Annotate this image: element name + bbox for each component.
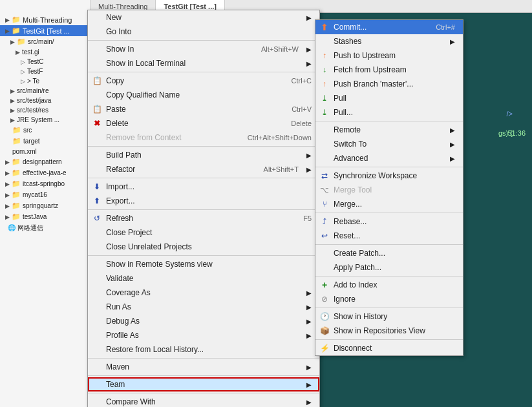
- menu-disconnect[interactable]: ⚡ Disconnect: [315, 341, 463, 355]
- tree-item-testgit[interactable]: ▶ 📁 TestGit [Test ...: [0, 25, 90, 36]
- ignore-icon: ⊘: [319, 294, 330, 304]
- tree-item-target[interactable]: 📁 target: [0, 136, 90, 147]
- menu-restore-history[interactable]: Restore from Local History...: [88, 342, 319, 357]
- sep-5: [88, 209, 319, 210]
- disconnect-icon: ⚡: [319, 343, 330, 353]
- tree-item-effectivejava[interactable]: ▶ 📁 effective-java-e: [0, 167, 90, 178]
- sep-1: [88, 40, 319, 41]
- menu-apply-patch[interactable]: Apply Patch...: [315, 260, 463, 275]
- menu-pull-dots[interactable]: ⤓ Pull...: [315, 105, 463, 120]
- menu-team[interactable]: Team ▶: [88, 377, 319, 391]
- menu-stashes[interactable]: Stashes ▶: [315, 34, 463, 48]
- sep-7: [88, 358, 319, 359]
- menu-close-project[interactable]: Close Project: [88, 225, 319, 240]
- copy-icon: 📋: [92, 76, 102, 86]
- menu-ignore[interactable]: ⊘ Ignore: [315, 292, 463, 306]
- context-menu-right: ⬆ Commit... Ctrl+# Stashes ▶ ↑ Push to U…: [315, 19, 463, 356]
- push-upstream-icon: ↑: [319, 50, 330, 61]
- sep-2: [88, 72, 319, 72]
- menu-refresh[interactable]: ↺ Refresh F5: [88, 211, 319, 225]
- menu-switch-to[interactable]: Switch To ▶: [315, 137, 463, 151]
- add-index-icon: +: [319, 280, 330, 290]
- menu-push-upstream[interactable]: ↑ Push to Upstream: [315, 48, 463, 63]
- menu-compare-with[interactable]: Compare With ▶: [88, 395, 319, 407]
- menu-export[interactable]: ⬆ Export...: [88, 194, 319, 208]
- tree-item-springquartz[interactable]: ▶ 📁 springquartz: [0, 200, 90, 211]
- reset-icon: ↩: [319, 231, 330, 241]
- menu-show-local-terminal[interactable]: Show in Local Terminal ▶: [88, 56, 319, 70]
- context-menu-left: New ▶ Go Into Show In Alt+Shift+W ▶ Show…: [87, 10, 320, 407]
- menu-show-repos[interactable]: 📦 Show in Repositories View: [315, 324, 463, 338]
- pull-icon: ⤓: [319, 93, 330, 103]
- code-hint-1: gs) {: [498, 129, 513, 137]
- tree-item-srcmainre[interactable]: ▶ src/main/re: [0, 86, 90, 96]
- menu-refactor[interactable]: Refactor Alt+Shift+T ▶: [88, 162, 319, 176]
- menu-merge-tool: ⌥ Merge Tool: [315, 183, 463, 197]
- sep-4: [88, 178, 319, 178]
- menu-paste[interactable]: 📋 Paste Ctrl+V: [88, 102, 319, 116]
- menu-copy[interactable]: 📋 Copy Ctrl+C: [88, 74, 319, 88]
- delete-icon: ✖: [92, 118, 102, 129]
- menu-show-remote[interactable]: Show in Remote Systems view: [88, 257, 319, 271]
- tree-item-te[interactable]: ▷ > Te: [0, 76, 90, 86]
- right-sep-3: [315, 213, 463, 213]
- tree-item-mycat16[interactable]: ▶ 📁 mycat16: [0, 189, 90, 200]
- export-icon: ⬆: [92, 196, 102, 206]
- menu-commit[interactable]: ⬆ Commit... Ctrl+#: [315, 20, 463, 34]
- right-sep-7: [315, 339, 463, 340]
- sep-8: [88, 375, 319, 376]
- tree-item-itcastspring[interactable]: ▶ 📁 itcast-springbo: [0, 178, 90, 189]
- menu-remote[interactable]: Remote ▶: [315, 123, 463, 137]
- tree-item-testjava[interactable]: ▶ 📁 testJava: [0, 211, 90, 222]
- tree-item-testgi[interactable]: ▶ test.gi: [0, 47, 90, 57]
- menu-debug-as[interactable]: Debug As ▶: [88, 314, 319, 328]
- history-icon: 🕐: [319, 311, 330, 322]
- tree-item-srcmain[interactable]: ▶ 📁 src/main/: [0, 36, 90, 47]
- merge-icon: ⑂: [319, 199, 330, 209]
- tree-item-src[interactable]: 📁 src: [0, 125, 90, 136]
- menu-import[interactable]: ⬇ Import...: [88, 180, 319, 194]
- menu-create-patch[interactable]: Create Patch...: [315, 246, 463, 260]
- tree-item-srctestjava[interactable]: ▶ src/test/java: [0, 96, 90, 105]
- menu-pull[interactable]: ⤓ Pull: [315, 91, 463, 105]
- menu-validate[interactable]: Validate: [88, 271, 319, 286]
- tree-item-testf[interactable]: ▷ TestF: [0, 67, 90, 76]
- tree-item-designpattern[interactable]: ▶ 📁 designpattern: [0, 156, 90, 167]
- menu-maven[interactable]: Maven ▶: [88, 360, 319, 374]
- menu-add-index[interactable]: + Add to Index: [315, 278, 463, 292]
- paste-icon: 📋: [92, 104, 102, 114]
- tree-item-jre[interactable]: ▶ JRE System ...: [0, 115, 90, 125]
- menu-copy-qualified[interactable]: Copy Qualified Name: [88, 88, 319, 102]
- menu-coverage-as[interactable]: Coverage As ▶: [88, 286, 319, 300]
- menu-run-as[interactable]: Run As ▶: [88, 300, 319, 314]
- menu-merge[interactable]: ⑂ Merge...: [315, 197, 463, 211]
- menu-reset[interactable]: ↩ Reset...: [315, 229, 463, 243]
- tree-item-pomxml[interactable]: pom.xml: [0, 147, 90, 156]
- sep-3: [88, 146, 319, 147]
- menu-fetch-upstream[interactable]: ↓ Fetch from Upstream: [315, 63, 463, 77]
- tree-item-testc[interactable]: ▷ TestC: [0, 57, 90, 67]
- tree-item-multithreading[interactable]: ▶ 📁 Multi-Threading: [0, 14, 90, 25]
- menu-new[interactable]: New ▶: [88, 10, 319, 25]
- tree-item-srctestres[interactable]: ▶ src/test/res: [0, 105, 90, 115]
- repos-icon: 📦: [319, 326, 330, 336]
- menu-push-branch[interactable]: ↑ Push Branch 'master'...: [315, 77, 463, 91]
- menu-build-path[interactable]: Build Path ▶: [88, 148, 319, 162]
- menu-sync-workspace[interactable]: ⇄ Synchronize Workspace: [315, 169, 463, 183]
- menu-show-history[interactable]: 🕐 Show in History: [315, 309, 463, 324]
- menu-advanced[interactable]: Advanced ▶: [315, 151, 463, 165]
- fetch-upstream-icon: ↓: [319, 65, 330, 75]
- tree-item-wangluo[interactable]: 🌐 网络通信: [0, 222, 90, 234]
- right-sep-1: [315, 121, 463, 121]
- menu-close-unrelated[interactable]: Close Unrelated Projects: [88, 240, 319, 254]
- right-sep-2: [315, 167, 463, 167]
- pull-dots-icon: ⤓: [319, 107, 330, 118]
- right-sep-6: [315, 308, 463, 308]
- menu-show-in[interactable]: Show In Alt+Shift+W ▶: [88, 42, 319, 56]
- menu-delete[interactable]: ✖ Delete Delete: [88, 116, 319, 130]
- menu-rebase[interactable]: ⤴ Rebase...: [315, 214, 463, 229]
- push-branch-icon: ↑: [319, 79, 330, 89]
- menu-go-into[interactable]: Go Into: [88, 25, 319, 39]
- menu-remove-context: Remove from Context Ctrl+Alt+Shift+Down: [88, 130, 319, 145]
- menu-profile-as[interactable]: Profile As ▶: [88, 328, 319, 342]
